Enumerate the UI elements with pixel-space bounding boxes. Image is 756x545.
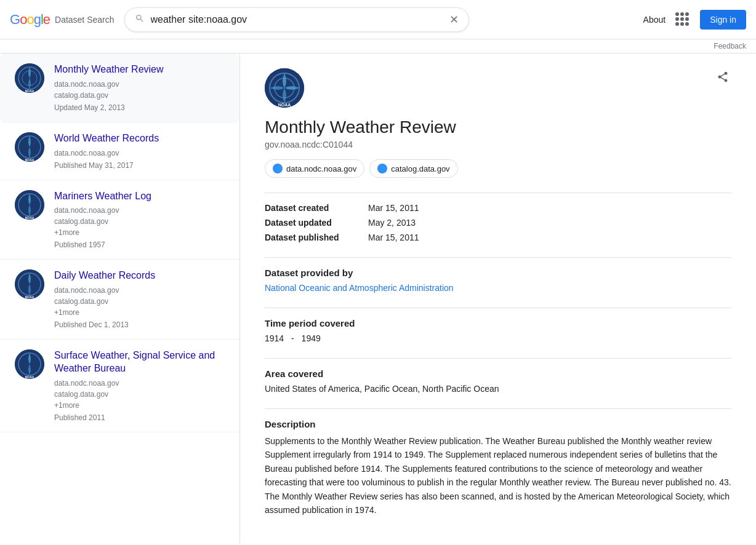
noaa-logo: NOAA bbox=[15, 132, 44, 162]
detail-header-row: NOAA bbox=[265, 68, 731, 108]
main-layout: NOAA Monthly Weather Review data.nodc.no… bbox=[0, 54, 756, 543]
right-panel: NOAA Monthly Weather Review gov.noaa.ncd… bbox=[240, 54, 756, 543]
noaa-logo: NOAA bbox=[15, 349, 44, 379]
result-item[interactable]: NOAA Mariners Weather Log data.nodc.noaa… bbox=[0, 180, 239, 260]
result-item[interactable]: NOAA Daily Weather Records data.nodc.noa… bbox=[0, 260, 239, 340]
description-text: Supplements to the Monthly Weather Revie… bbox=[265, 434, 731, 517]
provider-label: Dataset provided by bbox=[265, 268, 731, 278]
provider-section: Dataset provided by National Oceanic and… bbox=[265, 268, 731, 293]
result-source: data.nodc.noaa.gov catalog.data.gov bbox=[54, 79, 225, 101]
area-section: Area covered United States of America, P… bbox=[265, 368, 731, 394]
meta-section: Dataset created Mar 15, 2011 Dataset upd… bbox=[265, 203, 731, 242]
result-date: Published 2011 bbox=[54, 413, 225, 422]
area-value: United States of America, Pacific Ocean,… bbox=[265, 384, 731, 394]
logo-dataset-label: Dataset Search bbox=[55, 15, 115, 25]
about-link[interactable]: About bbox=[643, 15, 666, 25]
feedback-bar: Feedback bbox=[0, 39, 756, 54]
result-source: data.nodc.noaa.gov catalog.data.gov +1mo… bbox=[54, 285, 225, 318]
noaa-logo: NOAA bbox=[15, 63, 44, 93]
feedback-link[interactable]: Feedback bbox=[714, 42, 746, 50]
noaa-logo: NOAA bbox=[15, 269, 44, 299]
meta-label-updated: Dataset updated bbox=[265, 218, 363, 228]
svg-text:NOAA: NOAA bbox=[25, 295, 34, 299]
chip-label: catalog.data.gov bbox=[391, 164, 449, 173]
left-panel: NOAA Monthly Weather Review data.nodc.no… bbox=[0, 54, 240, 543]
chip-label: data.nodc.noaa.gov bbox=[286, 164, 356, 173]
detail-noaa-logo: NOAA bbox=[265, 68, 304, 108]
result-date: Published 1957 bbox=[54, 241, 225, 249]
share-button[interactable] bbox=[714, 68, 731, 89]
globe-icon: 🌐 bbox=[273, 164, 283, 173]
result-content: Daily Weather Records data.nodc.noaa.gov… bbox=[54, 269, 225, 329]
meta-row-published: Dataset published Mar 15, 2011 bbox=[265, 233, 731, 242]
result-content: Mariners Weather Log data.nodc.noaa.gov … bbox=[54, 190, 225, 250]
result-date: Updated May 2, 2013 bbox=[54, 103, 225, 112]
provider-link[interactable]: National Oceanic and Atmospheric Adminis… bbox=[265, 283, 454, 293]
header: Google Dataset Search ✕ About Sign in bbox=[0, 0, 756, 39]
result-content: World Weather Records data.nodc.noaa.gov… bbox=[54, 132, 225, 170]
apps-icon[interactable] bbox=[675, 12, 690, 27]
result-item[interactable]: NOAA World Weather Records data.nodc.noa… bbox=[0, 122, 239, 180]
description-section: Description Supplements to the Monthly W… bbox=[265, 419, 731, 517]
time-range: 1914 - 1949 bbox=[265, 333, 731, 343]
search-icon bbox=[135, 14, 145, 26]
area-label: Area covered bbox=[265, 368, 731, 379]
svg-text:NOAA: NOAA bbox=[25, 375, 34, 379]
sign-in-button[interactable]: Sign in bbox=[700, 10, 746, 30]
time-end: 1949 bbox=[302, 333, 321, 343]
source-chip-1[interactable]: 🌐 data.nodc.noaa.gov bbox=[265, 159, 364, 178]
meta-value-created: Mar 15, 2011 bbox=[368, 203, 419, 213]
svg-text:NOAA: NOAA bbox=[25, 216, 34, 220]
divider bbox=[265, 408, 731, 409]
divider bbox=[265, 308, 731, 308]
divider bbox=[265, 358, 731, 359]
header-right: About Sign in bbox=[643, 10, 746, 30]
source-chip-2[interactable]: 🌐 catalog.data.gov bbox=[369, 159, 457, 178]
result-source: data.nodc.noaa.gov catalog.data.gov +1mo… bbox=[54, 205, 225, 238]
meta-value-updated: May 2, 2013 bbox=[368, 218, 416, 228]
time-start: 1914 bbox=[265, 333, 284, 343]
result-title: Surface Weather, Signal Service and Weat… bbox=[54, 349, 225, 375]
result-source: data.nodc.noaa.gov catalog.data.gov +1mo… bbox=[54, 378, 225, 411]
result-title: Mariners Weather Log bbox=[54, 190, 225, 203]
search-input[interactable] bbox=[151, 14, 444, 25]
noaa-logo: NOAA bbox=[15, 190, 44, 220]
detail-identifier: gov.noaa.ncdc:C01044 bbox=[265, 140, 731, 149]
meta-label-created: Dataset created bbox=[265, 203, 363, 213]
svg-text:NOAA: NOAA bbox=[25, 89, 34, 93]
svg-text:NOAA: NOAA bbox=[25, 158, 34, 162]
result-title: World Weather Records bbox=[54, 132, 225, 145]
time-period-label: Time period covered bbox=[265, 318, 731, 328]
result-source: data.nodc.noaa.gov bbox=[54, 148, 225, 159]
result-item[interactable]: NOAA Surface Weather, Signal Service and… bbox=[0, 340, 239, 432]
result-item[interactable]: NOAA Monthly Weather Review data.nodc.no… bbox=[0, 54, 239, 122]
google-logo: Google bbox=[10, 12, 50, 28]
detail-title: Monthly Weather Review bbox=[265, 117, 731, 137]
search-bar: ✕ bbox=[124, 7, 469, 32]
result-date: Published May 31, 2017 bbox=[54, 161, 225, 170]
time-section: Time period covered 1914 - 1949 bbox=[265, 318, 731, 343]
meta-label-published: Dataset published bbox=[265, 233, 363, 242]
result-date: Published Dec 1, 2013 bbox=[54, 320, 225, 329]
time-dash: - bbox=[291, 333, 294, 343]
meta-row-created: Dataset created Mar 15, 2011 bbox=[265, 203, 731, 213]
result-title: Monthly Weather Review bbox=[54, 63, 225, 76]
svg-text:NOAA: NOAA bbox=[278, 103, 291, 107]
source-chips: 🌐 data.nodc.noaa.gov 🌐 catalog.data.gov bbox=[265, 159, 731, 178]
globe-icon: 🌐 bbox=[377, 164, 387, 173]
logo: Google Dataset Search bbox=[10, 12, 115, 28]
description-label: Description bbox=[265, 419, 731, 429]
meta-value-published: Mar 15, 2011 bbox=[368, 233, 419, 242]
result-content: Monthly Weather Review data.nodc.noaa.go… bbox=[54, 63, 225, 112]
result-title: Daily Weather Records bbox=[54, 269, 225, 282]
divider bbox=[265, 257, 731, 258]
result-content: Surface Weather, Signal Service and Weat… bbox=[54, 349, 225, 422]
meta-row-updated: Dataset updated May 2, 2013 bbox=[265, 218, 731, 228]
divider bbox=[265, 193, 731, 193]
clear-icon[interactable]: ✕ bbox=[449, 13, 459, 26]
